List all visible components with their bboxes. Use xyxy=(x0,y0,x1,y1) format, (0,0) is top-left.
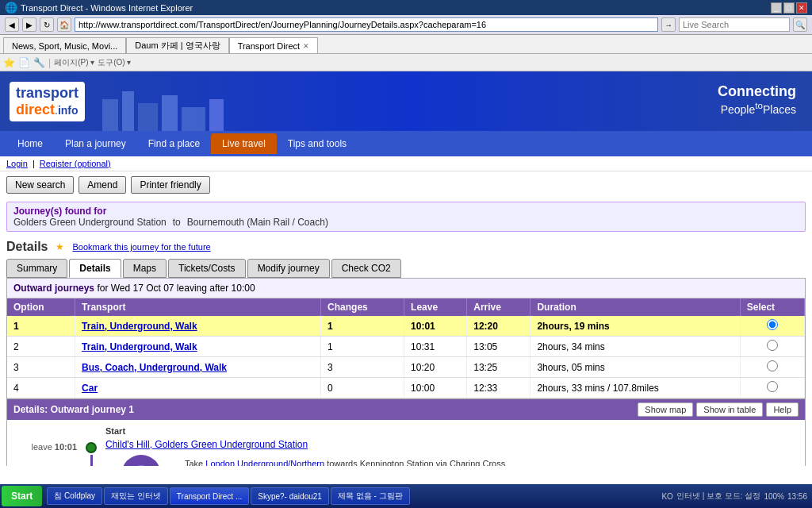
taskbar-item-3[interactable]: Skype?- daidou21 xyxy=(251,487,329,505)
details-panel: Details: Outward journey 1 Show map Show… xyxy=(6,399,806,466)
taskbar-item-2[interactable]: Transport Direct ... xyxy=(170,487,249,505)
nav-live-travel[interactable]: Live travel xyxy=(211,133,277,154)
cell-changes-3: 0 xyxy=(321,378,404,398)
cell-transport-0: Train, Underground, Walk xyxy=(75,316,321,337)
table-row: 2 Train, Underground, Walk 1 10:31 13:05… xyxy=(7,337,805,357)
col-changes: Changes xyxy=(321,298,404,316)
outward-section: Outward journeys for Wed 17 Oct 07 leavi… xyxy=(6,278,806,399)
select-radio-3[interactable] xyxy=(767,381,778,392)
tab-summary[interactable]: Summary xyxy=(6,259,67,278)
leave-time: 10:01 xyxy=(55,442,77,452)
transport-link-1[interactable]: Train, Underground, Walk xyxy=(82,341,197,352)
tab-maps[interactable]: Maps xyxy=(123,259,167,278)
content-area: Login | Register (optional) New search A… xyxy=(0,156,812,466)
maximize-button[interactable]: □ xyxy=(783,2,795,13)
forward-button[interactable]: ▶ xyxy=(22,17,36,32)
details-heading-area: Details ★ Bookmark this journey for the … xyxy=(0,235,812,259)
nav-plan-journey[interactable]: Plan a journey xyxy=(54,133,137,154)
register-link[interactable]: Register (optional) xyxy=(40,159,111,168)
timeline-col xyxy=(83,426,99,466)
cell-leave-3: 10:00 xyxy=(404,378,467,398)
toolbar-separator: | xyxy=(48,57,51,68)
cell-arrive-2: 13:25 xyxy=(467,357,530,378)
taskbar-item-0[interactable]: 침 Coldplay xyxy=(47,487,102,505)
url-input[interactable] xyxy=(75,17,658,32)
home-button[interactable]: 🏠 xyxy=(57,17,71,32)
cell-transport-1: Train, Underground, Walk xyxy=(75,337,321,357)
select-radio-0[interactable] xyxy=(767,319,778,330)
browser-search-input[interactable] xyxy=(679,17,790,32)
toolbar-icon-3: 🔧 xyxy=(33,57,45,68)
journey-from: Golders Green Underground Station xyxy=(13,217,167,228)
taskbar-item-4[interactable]: 제목 없음 - 그림판 xyxy=(331,487,410,505)
logo-transport: transport xyxy=(16,85,79,101)
start-button[interactable]: Start xyxy=(2,486,42,506)
browser-tab-2[interactable]: Transport Direct ✕ xyxy=(229,37,318,53)
tab-details[interactable]: Details xyxy=(69,259,121,278)
cell-option-1: 2 xyxy=(7,337,75,357)
page-title: Details xyxy=(6,240,48,254)
journey-destination: Bournemouth (Main Rail / Coach) xyxy=(187,217,328,228)
printer-friendly-button[interactable]: Printer friendly xyxy=(131,176,209,194)
station-link[interactable]: Child's Hill, Golders Green Underground … xyxy=(105,439,308,450)
show-map-button[interactable]: Show map xyxy=(638,402,693,417)
underground-link[interactable]: London Underground/Northern xyxy=(205,459,324,466)
tab-tickets-costs[interactable]: Tickets/Costs xyxy=(168,259,246,278)
show-in-table-button[interactable]: Show in table xyxy=(696,402,763,417)
browser-tab-1[interactable]: Daum 카페 | 영국사랑 xyxy=(126,37,228,53)
header-skyline-icon xyxy=(94,83,491,131)
tagline-people-text: People xyxy=(721,103,756,116)
close-button[interactable]: ✕ xyxy=(796,2,807,13)
tagline-people: PeopletoPlaces xyxy=(718,100,796,116)
cell-duration-3: 2hours, 33 mins / 107.8miles xyxy=(530,378,740,398)
select-radio-2[interactable] xyxy=(767,360,778,371)
toolbar-page-label: 페이지(P) ▾ xyxy=(54,57,94,68)
cell-transport-3: Car xyxy=(75,378,321,398)
amend-button[interactable]: Amend xyxy=(79,176,126,194)
cell-arrive-0: 12:20 xyxy=(467,316,530,337)
logo[interactable]: transport direct.info xyxy=(10,82,85,121)
nav-tips-tools[interactable]: Tips and tools xyxy=(277,133,358,154)
col-leave: Leave xyxy=(404,298,467,316)
action-bar: New search Amend Printer friendly xyxy=(0,171,812,198)
back-button[interactable]: ◀ xyxy=(5,17,19,32)
taskbar-zoom: 100% xyxy=(764,492,784,501)
cell-leave-0: 10:01 xyxy=(404,316,467,337)
transport-link-2[interactable]: Bus, Coach, Underground, Walk xyxy=(82,362,227,373)
nav-home[interactable]: Home xyxy=(6,133,54,154)
station-name[interactable]: Child's Hill, Golders Green Underground … xyxy=(105,439,561,450)
tab-close-icon-2[interactable]: ✕ xyxy=(303,42,309,50)
cell-transport-2: Bus, Coach, Underground, Walk xyxy=(75,357,321,378)
cell-changes-0: 1 xyxy=(321,316,404,337)
login-link[interactable]: Login xyxy=(6,159,28,168)
browser-search-button[interactable]: 🔍 xyxy=(793,17,807,32)
table-row: 4 Car 0 10:00 12:33 2hours, 33 mins / 10… xyxy=(7,378,805,398)
route-start-dot xyxy=(86,442,97,453)
cell-option-3: 4 xyxy=(7,378,75,398)
taskbar: Start 침 Coldplay 재밌는 인터넷 Transport Direc… xyxy=(0,484,812,508)
browser-tab-0[interactable]: News, Sport, Music, Movi... xyxy=(3,37,126,53)
journey-found-label: Journey(s) found for xyxy=(13,206,799,217)
instruction-text: Take London Underground/Northern towards… xyxy=(185,458,561,466)
browser-icon: 🌐 xyxy=(5,2,17,13)
outward-header: Outward journeys for Wed 17 Oct 07 leavi… xyxy=(7,279,805,298)
details-panel-actions: Show map Show in table Help xyxy=(638,402,799,417)
nav-find-place[interactable]: Find a place xyxy=(137,133,211,154)
journey-table: Option Transport Changes Leave Arrive Du… xyxy=(7,298,805,398)
transport-link-3[interactable]: Car xyxy=(82,383,98,394)
tab-check-co2[interactable]: Check CO2 xyxy=(331,259,401,278)
refresh-button[interactable]: ↻ xyxy=(40,17,54,32)
new-search-button[interactable]: New search xyxy=(6,176,74,194)
go-button[interactable]: → xyxy=(661,17,676,32)
minimize-button[interactable]: _ xyxy=(771,2,782,13)
transport-link-0[interactable]: Train, Underground, Walk xyxy=(82,321,197,332)
select-radio-1[interactable] xyxy=(767,340,778,351)
bookmark-link[interactable]: Bookmark this journey for the future xyxy=(72,242,210,252)
browser-toolbar: ⭐ 📄 🔧 | 페이지(P) ▾ 도구(O) ▾ xyxy=(0,54,812,71)
logo-info: info xyxy=(58,104,79,117)
tab-modify-journey[interactable]: Modify journey xyxy=(247,259,330,278)
taskbar-item-1[interactable]: 재밌는 인터넷 xyxy=(104,487,168,505)
cell-leave-2: 10:20 xyxy=(404,357,467,378)
cell-arrive-1: 13:05 xyxy=(467,337,530,357)
help-button[interactable]: Help xyxy=(766,402,799,417)
